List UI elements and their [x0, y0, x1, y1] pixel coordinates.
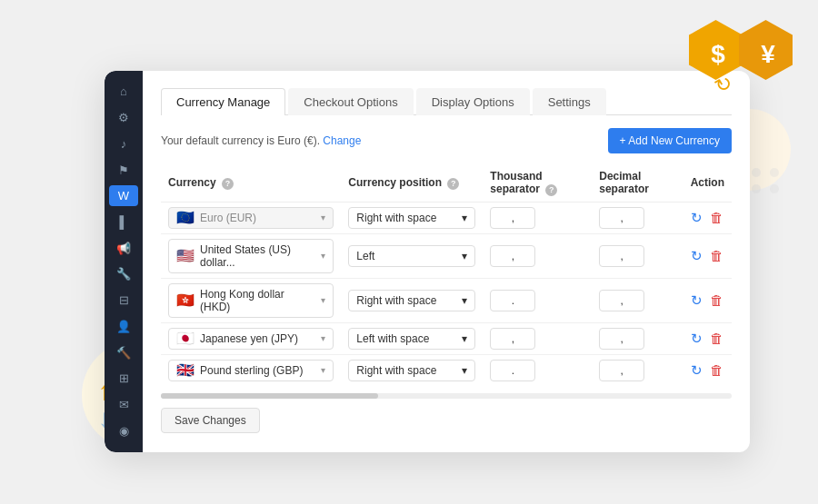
position-select-usd[interactable]: Left ▾ [348, 245, 475, 267]
sidebar-icon-circle[interactable]: ◉ [109, 420, 138, 441]
chevron-down-icon: ▾ [321, 365, 325, 375]
svg-point-1 [752, 168, 761, 177]
currency-name-usd: United States (US) dollar... [200, 243, 315, 269]
sidebar-icon-woocommerce[interactable]: W [109, 185, 138, 206]
svg-point-5 [770, 184, 779, 193]
col-header-currency: Currency ? [161, 164, 341, 203]
position-value-hkd: Right with space [356, 294, 436, 307]
hex-yen-icon: ¥ [736, 18, 800, 91]
delete-icon-hkd[interactable]: 🗑 [710, 292, 723, 308]
action-icons-usd: ↻ 🗑 [691, 248, 724, 264]
table-body: 🇪🇺 Euro (EUR) ▾ Right with space ▾ [161, 202, 732, 386]
sidebar-icon-settings[interactable]: ⚙ [109, 107, 138, 128]
sidebar-icon-sliders[interactable]: ⊟ [109, 290, 138, 311]
thousand-sep-gbp[interactable] [490, 360, 535, 381]
flag-jpy: 🇯🇵 [176, 332, 195, 345]
sidebar-icon-home[interactable]: ⌂ [109, 82, 138, 103]
refresh-icon-hkd[interactable]: ↻ [691, 292, 703, 309]
currency-select-jpy[interactable]: 🇯🇵 Japanese yen (JPY) ▾ [168, 328, 334, 350]
position-select-eur[interactable]: Right with space ▾ [348, 207, 475, 229]
currency-cell-usd: 🇺🇸 United States (US) dollar... ▾ [161, 233, 341, 278]
scrollbar-thumb[interactable] [161, 393, 378, 399]
decimal-sep-gbp[interactable] [599, 360, 644, 381]
svg-point-4 [752, 184, 761, 193]
col-header-position: Currency position ? [341, 164, 483, 203]
change-currency-link[interactable]: Change [323, 134, 361, 147]
sidebar-icon-megaphone[interactable]: 📢 [109, 238, 138, 259]
delete-icon-gbp[interactable]: 🗑 [710, 362, 723, 378]
decimal-sep-jpy[interactable] [599, 328, 644, 350]
tab-currency-manage[interactable]: Currency Manage [161, 88, 285, 115]
thousand-sep-hkd[interactable] [490, 290, 535, 311]
col-header-decimal: Decimal separator [592, 164, 683, 203]
currency-select-hkd[interactable]: 🇭🇰 Hong Kong dollar (HKD) ▾ [168, 283, 334, 318]
position-cell-eur: Right with space ▾ [341, 202, 483, 233]
col-header-thousand: Thousand separator ? [483, 164, 592, 203]
flag-gbp: 🇬🇧 [176, 364, 195, 377]
decimal-cell-usd [592, 233, 683, 278]
currency-name-eur: Euro (EUR) [200, 212, 256, 224]
flag-eur: 🇪🇺 [176, 212, 195, 224]
flag-usd: 🇺🇸 [176, 250, 195, 262]
sidebar-icon-flag[interactable]: ⚑ [109, 160, 138, 181]
position-select-hkd[interactable]: Right with space ▾ [348, 290, 475, 311]
action-cell-hkd: ↻ 🗑 [683, 278, 732, 322]
refresh-icon-eur[interactable]: ↻ [691, 210, 703, 226]
position-select-jpy[interactable]: Left with space ▾ [348, 328, 475, 350]
currency-table: Currency ? Currency position ? Thousand … [161, 164, 732, 386]
horizontal-scrollbar[interactable] [161, 393, 732, 399]
currency-select-eur[interactable]: 🇪🇺 Euro (EUR) ▾ [168, 207, 334, 229]
currency-select-usd[interactable]: 🇺🇸 United States (US) dollar... ▾ [168, 239, 334, 273]
tab-checkout-options[interactable]: Checkout Options [288, 88, 413, 115]
currency-cell-hkd: 🇭🇰 Hong Kong dollar (HKD) ▾ [161, 278, 341, 322]
sidebar-icon-chart[interactable]: ▌ [109, 212, 138, 232]
currency-select-gbp[interactable]: 🇬🇧 Pound sterling (GBP) ▾ [168, 360, 334, 381]
chevron-icon: ▾ [462, 294, 467, 307]
position-select-gbp[interactable]: Right with space ▾ [348, 360, 475, 381]
refresh-icon-usd[interactable]: ↻ [691, 248, 703, 264]
position-value-eur: Right with space [356, 212, 436, 224]
sidebar-icon-mail[interactable]: ✉ [109, 394, 138, 415]
yen-symbol: ¥ [761, 40, 775, 69]
position-value-usd: Left [356, 250, 374, 262]
decimal-sep-usd[interactable] [599, 245, 644, 267]
thousand-cell-gbp [483, 354, 592, 386]
action-icons-gbp: ↻ 🗑 [691, 362, 724, 379]
col-header-action: Action [683, 164, 732, 203]
decimal-cell-jpy [592, 322, 683, 354]
help-icon-currency[interactable]: ? [222, 178, 234, 190]
delete-icon-eur[interactable]: 🗑 [710, 210, 723, 225]
sidebar-icon-tools[interactable]: 🔨 [109, 342, 138, 363]
svg-point-2 [770, 168, 779, 177]
table-header: Currency ? Currency position ? Thousand … [161, 164, 732, 203]
sidebar-icon-users[interactable]: 👤 [109, 316, 138, 337]
sidebar-icon-wrench[interactable]: 🔧 [109, 264, 138, 285]
sidebar-icon-grid[interactable]: ⊞ [109, 368, 138, 389]
position-cell-hkd: Right with space ▾ [341, 278, 483, 322]
thousand-sep-jpy[interactable] [490, 328, 535, 350]
action-cell-gbp: ↻ 🗑 [683, 354, 732, 386]
tab-display-options[interactable]: Display Options [416, 88, 530, 115]
decimal-sep-eur[interactable] [599, 207, 644, 229]
chevron-icon: ▾ [462, 212, 467, 224]
position-cell-gbp: Right with space ▾ [341, 354, 483, 386]
position-cell-jpy: Left with space ▾ [341, 322, 483, 354]
help-icon-position[interactable]: ? [447, 178, 459, 190]
refresh-icon-jpy[interactable]: ↻ [691, 331, 703, 347]
refresh-icon-gbp[interactable]: ↻ [691, 362, 703, 379]
delete-icon-usd[interactable]: 🗑 [710, 248, 723, 263]
thousand-sep-eur[interactable] [490, 207, 535, 229]
tab-settings[interactable]: Settings [533, 88, 606, 115]
thousand-sep-usd[interactable] [490, 245, 535, 267]
action-icons-jpy: ↻ 🗑 [691, 331, 724, 347]
table-row: 🇯🇵 Japanese yen (JPY) ▾ Left with space … [161, 322, 732, 354]
delete-icon-jpy[interactable]: 🗑 [710, 331, 723, 346]
thousand-cell-jpy [483, 322, 592, 354]
save-changes-button[interactable]: Save Changes [161, 408, 260, 433]
sidebar-icon-music[interactable]: ♪ [109, 133, 138, 154]
decimal-sep-hkd[interactable] [599, 290, 644, 311]
chevron-icon: ▾ [462, 332, 467, 345]
help-icon-thousand[interactable]: ? [545, 184, 557, 196]
add-new-currency-button[interactable]: + Add New Currency [608, 128, 732, 153]
currency-cell-gbp: 🇬🇧 Pound sterling (GBP) ▾ [161, 354, 341, 386]
